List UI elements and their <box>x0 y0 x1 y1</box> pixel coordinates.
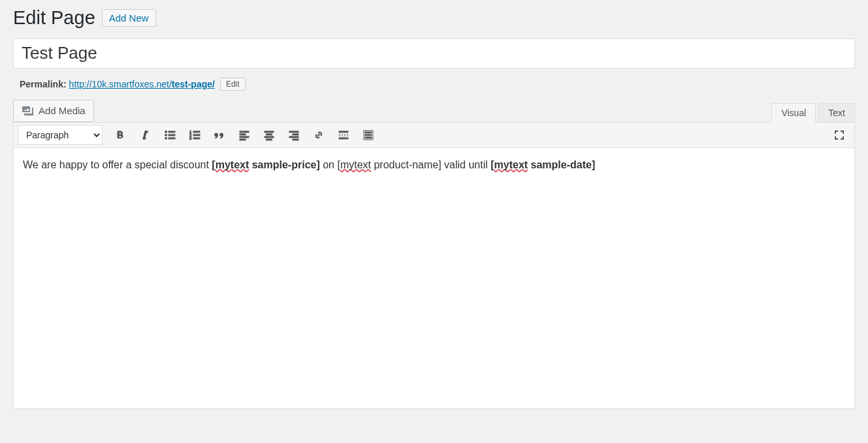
svg-rect-28 <box>365 132 367 133</box>
svg-rect-31 <box>365 134 367 136</box>
align-center-icon <box>263 129 276 142</box>
svg-rect-18 <box>265 136 274 138</box>
svg-point-0 <box>165 130 167 132</box>
link-icon <box>312 129 325 142</box>
italic-icon <box>138 129 152 142</box>
bold-button[interactable] <box>109 125 131 145</box>
svg-rect-25 <box>339 134 348 136</box>
permalink-label: Permalink: <box>20 79 67 89</box>
permalink-slug: test-page/ <box>172 79 215 89</box>
link-button[interactable] <box>308 125 330 145</box>
permalink-row: Permalink: http://10k.smartfoxes.net/tes… <box>13 74 855 100</box>
svg-rect-5 <box>169 138 175 139</box>
align-center-button[interactable] <box>258 125 280 145</box>
numbered-list-icon: 123 <box>188 129 201 142</box>
svg-point-1 <box>165 134 167 136</box>
svg-rect-30 <box>370 132 372 133</box>
align-left-button[interactable] <box>233 125 255 145</box>
permalink-link[interactable]: http://10k.smartfoxes.net/test-page/ <box>69 79 215 89</box>
add-new-button[interactable]: Add New <box>102 9 156 27</box>
toolbar-toggle-icon <box>362 129 375 142</box>
page-title: Edit Page <box>13 6 95 31</box>
permalink-edit-button[interactable]: Edit <box>220 78 246 91</box>
bulleted-list-button[interactable] <box>159 125 181 145</box>
add-media-label: Add Media <box>39 105 86 116</box>
media-icon <box>22 104 35 117</box>
svg-rect-4 <box>169 134 175 136</box>
svg-rect-13 <box>240 134 246 135</box>
tab-text[interactable]: Text <box>818 103 855 123</box>
svg-rect-34 <box>365 137 372 138</box>
align-left-icon <box>238 129 251 142</box>
editor-toolbar: Paragraph 123 <box>13 122 855 148</box>
svg-rect-21 <box>293 134 298 135</box>
svg-rect-19 <box>266 139 272 140</box>
svg-rect-20 <box>289 131 298 132</box>
svg-rect-15 <box>240 139 246 140</box>
bulleted-list-icon <box>163 129 176 142</box>
blockquote-button[interactable] <box>208 125 231 145</box>
italic-button[interactable] <box>134 125 156 145</box>
svg-rect-32 <box>368 134 370 136</box>
align-right-icon <box>287 129 300 142</box>
format-select[interactable]: Paragraph <box>18 125 103 145</box>
svg-rect-23 <box>293 139 298 140</box>
svg-point-2 <box>165 137 167 139</box>
svg-rect-16 <box>265 131 274 132</box>
svg-rect-14 <box>240 136 249 138</box>
fullscreen-icon <box>833 129 846 142</box>
svg-rect-11 <box>193 138 200 139</box>
fullscreen-button[interactable] <box>828 125 850 145</box>
svg-rect-17 <box>266 134 272 135</box>
svg-rect-29 <box>368 132 370 133</box>
svg-rect-33 <box>370 134 372 136</box>
svg-rect-10 <box>193 134 200 136</box>
blockquote-icon <box>213 129 226 142</box>
post-title-input[interactable] <box>13 38 855 69</box>
align-right-button[interactable] <box>283 125 305 145</box>
read-more-button[interactable] <box>332 125 355 145</box>
read-more-icon <box>337 129 350 142</box>
numbered-list-button[interactable]: 123 <box>184 125 206 145</box>
svg-rect-3 <box>169 131 175 132</box>
tab-visual[interactable]: Visual <box>771 103 816 123</box>
permalink-base: http://10k.smartfoxes.net/ <box>69 79 172 89</box>
svg-text:3: 3 <box>189 136 192 140</box>
svg-rect-26 <box>339 138 348 139</box>
add-media-button[interactable]: Add Media <box>13 100 94 122</box>
bold-icon <box>114 129 127 142</box>
svg-rect-22 <box>289 136 298 138</box>
svg-rect-9 <box>193 131 200 132</box>
svg-rect-24 <box>339 131 348 132</box>
toolbar-toggle-button[interactable] <box>357 125 379 145</box>
svg-rect-12 <box>240 131 249 132</box>
editor-content[interactable]: We are happy to offer a special discount… <box>13 148 855 409</box>
